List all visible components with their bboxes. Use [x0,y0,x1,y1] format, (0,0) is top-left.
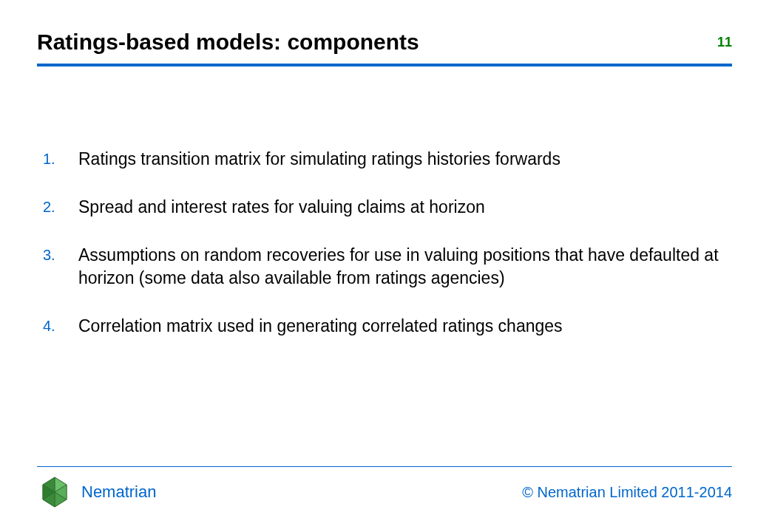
slide-title: Ratings-based models: components [37,30,419,55]
list-item-number: 4. [43,315,78,336]
list-item: 3. Assumptions on random recoveries for … [43,244,732,290]
list-item: 4. Correlation matrix used in generating… [43,315,732,338]
brand-name: Nematrian [81,482,156,502]
copyright-text: © Nematrian Limited 2011-2014 [522,484,732,501]
list-item-text: Assumptions on random recoveries for use… [78,244,732,290]
list-item-text: Ratings transition matrix for simulating… [78,148,732,171]
slide-container: Ratings-based models: components 11 1. R… [0,0,769,532]
footer-left: Nematrian [37,474,156,510]
list-item-text: Spread and interest rates for valuing cl… [78,196,732,219]
slide-header: Ratings-based models: components 11 [37,30,732,66]
list-item-number: 1. [43,148,78,169]
page-number: 11 [717,35,732,50]
slide-footer: Nematrian © Nematrian Limited 2011-2014 [37,466,732,510]
list-item-number: 3. [43,244,78,265]
nematrian-logo-icon [37,474,72,510]
list-item: 1. Ratings transition matrix for simulat… [43,148,732,171]
numbered-list: 1. Ratings transition matrix for simulat… [43,148,732,338]
list-item-text: Correlation matrix used in generating co… [78,315,732,338]
list-item: 2. Spread and interest rates for valuing… [43,196,732,219]
list-item-number: 2. [43,196,78,217]
slide-content: 1. Ratings transition matrix for simulat… [37,74,732,466]
